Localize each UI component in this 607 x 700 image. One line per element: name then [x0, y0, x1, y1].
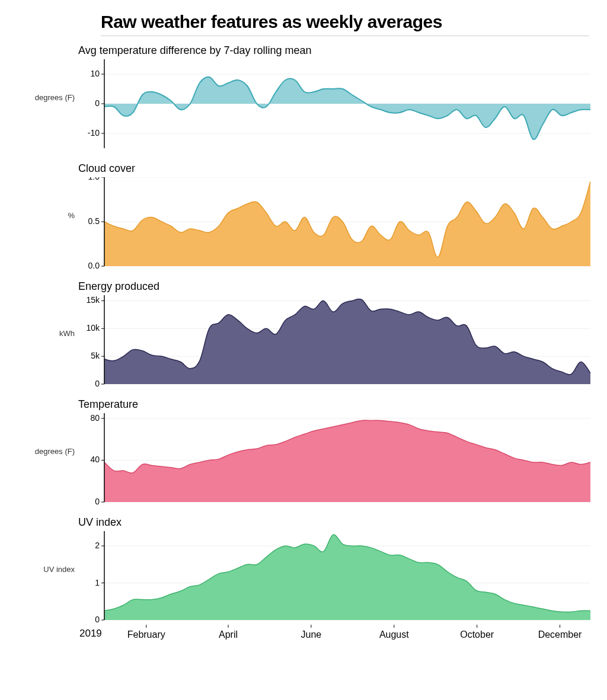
- y-tick-label: 0.0: [88, 261, 100, 269]
- x-axis: 2019FebruaryAprilJuneAugustOctoberDecemb…: [78, 625, 593, 645]
- x-tick-label: June: [301, 629, 322, 640]
- y-axis-label: degrees (F): [18, 398, 78, 504]
- chart-uv: 012: [78, 531, 593, 622]
- y-tick-label: 0: [95, 497, 100, 504]
- panel-title: Cloud cover: [78, 162, 593, 175]
- area-series: [104, 535, 590, 620]
- y-tick-label: 15k: [86, 295, 100, 305]
- y-axis-label: UV index: [18, 516, 78, 622]
- y-tick-label: 1.0: [88, 177, 100, 181]
- y-axis-label: kWh: [18, 280, 78, 386]
- y-tick-label: 0: [95, 379, 100, 386]
- y-tick-label: 80: [90, 413, 100, 423]
- x-tick-label: August: [379, 629, 409, 640]
- area-series: [104, 420, 590, 502]
- x-tick-label: April: [219, 629, 238, 640]
- y-tick-label: -10: [88, 128, 100, 138]
- chart-temp: 04080: [78, 413, 593, 504]
- chart-tempdiff: -10010: [78, 59, 593, 151]
- chart-energy: 05k10k15k: [78, 295, 593, 386]
- y-tick-label: 10k: [86, 323, 100, 333]
- y-tick-label: 1: [95, 578, 100, 587]
- y-axis-label: degrees (F): [18, 44, 78, 151]
- panel-title: Temperature: [78, 398, 593, 411]
- area-series: [104, 299, 590, 384]
- y-tick-label: 2: [95, 541, 100, 550]
- x-tick-label: December: [538, 629, 582, 640]
- y-tick-label: 0.5: [88, 216, 100, 226]
- area-series: [104, 182, 590, 267]
- y-tick-label: 40: [90, 455, 100, 464]
- x-tick-label: October: [460, 629, 494, 640]
- x-start-label: 2019: [79, 628, 102, 639]
- panel-title: UV index: [78, 516, 593, 529]
- page-title: Raw weather features as weekly averages: [101, 12, 589, 32]
- panel-title: Energy produced: [78, 280, 593, 293]
- y-tick-label: 0: [95, 98, 100, 108]
- title-rule: [101, 36, 589, 36]
- y-tick-label: 10: [90, 69, 100, 78]
- chart-cloud: 0.00.51.0: [78, 177, 593, 269]
- y-axis-label: %: [18, 162, 78, 269]
- panel-title: Avg temperature difference by 7-day roll…: [78, 44, 593, 57]
- x-tick-label: February: [127, 629, 165, 640]
- y-tick-label: 5k: [91, 351, 100, 360]
- y-tick-label: 0: [95, 615, 100, 622]
